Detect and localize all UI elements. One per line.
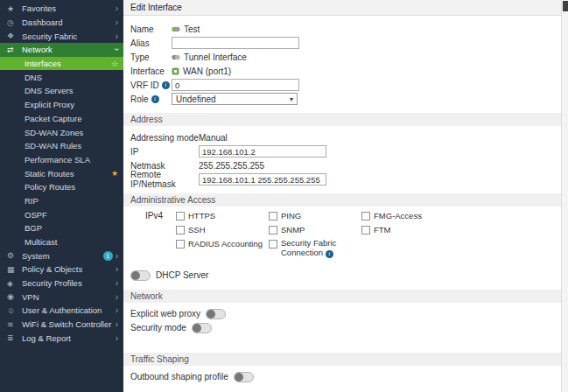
sidebar-item-label: Dashboard [22,18,116,27]
interface-label: Interface [130,66,165,76]
security-mode-toggle[interactable] [192,323,212,333]
sidebar-item-dashboard[interactable]: ◷ Dashboard › [0,16,123,30]
vrf-label: VRF ID [130,80,159,90]
type-row: Type Tunnel Interface [130,50,554,64]
page-title: Edit Interface [130,3,182,12]
sidebar-item-label: Performance SLA [25,155,118,164]
checkbox-ping[interactable]: PING [269,211,361,220]
checkbox-fmg-access[interactable]: FMG-Access [361,211,422,220]
sidebar-item-policy-objects[interactable]: ▦ Policy & Objects › [0,262,123,276]
sidebar-item-vpn[interactable]: ◉ VPN › [0,290,123,304]
sidebar-item-network[interactable]: ⇄ Network › [0,43,123,57]
sidebar-item-label: SD-WAN Zones [25,128,118,137]
user-icon: ☺ [7,306,22,315]
checkbox-box[interactable] [176,226,185,234]
vpn-icon: ◉ [7,292,22,301]
remote-ip-input[interactable] [199,173,326,186]
sidebar-item-ospf[interactable]: OSPF [0,207,123,221]
checkbox-label: FMG-Access [374,211,422,220]
checkbox-security-fabric-connection[interactable]: Security Fabric Connection i [269,239,361,258]
security-profiles-icon: ◈ [7,279,22,288]
sidebar-item-log-report[interactable]: ≣ Log & Report › [0,332,123,346]
gear-icon: ⚙ [7,251,22,260]
netmask-value: 255.255.255.255 [199,161,264,171]
sidebar-item-user-authentication[interactable]: ☺ User & Authentication › [0,304,123,318]
ip-label: IP [130,147,199,157]
checkbox-box[interactable] [176,212,185,220]
fortigate-window: ★ Favorites › ◷ Dashboard › ❖ Security F… [0,0,568,392]
sidebar-item-packet-capture[interactable]: Packet Capture [0,112,123,126]
sidebar-item-label: Network [22,45,116,54]
netmask-label: Netmask [130,161,199,171]
role-select[interactable]: Undefined ▾ [172,93,298,105]
ip-input[interactable] [199,145,326,158]
network-section-header: Network [123,290,568,303]
sidebar-item-favorites[interactable]: ★ Favorites › [0,2,123,16]
outbound-shaping-profile-row: Outbound shaping profile [130,370,554,384]
sidebar-item-label: Packet Capture [25,114,118,123]
checkbox-snmp[interactable]: SNMP [269,225,361,234]
checkbox-box[interactable] [269,212,277,220]
favorite-star-icon[interactable]: ☆ [111,60,118,68]
explicit-web-proxy-toggle[interactable] [206,309,226,319]
alias-label: Alias [130,38,150,48]
alias-row: Alias [130,36,554,50]
checkbox-ftm[interactable]: FTM [361,225,422,234]
role-row: Role i Undefined ▾ [130,92,554,106]
sidebar-item-sdwan-rules[interactable]: SD-WAN Rules [0,139,123,153]
sidebar-item-wifi-switch-controller[interactable]: ≋ WiFi & Switch Controller › [0,318,123,332]
sidebar-item-security-profiles[interactable]: ◈ Security Profiles › [0,276,123,290]
checkbox-box[interactable] [269,240,277,248]
sidebar-item-policy-routes[interactable]: Policy Routes [0,180,123,194]
sidebar-item-interfaces[interactable]: Interfaces ☆ [0,57,123,71]
type-value: Tunnel Interface [184,52,247,62]
checkbox-label: PING [281,211,301,220]
role-label: Role [130,94,149,104]
sidebar-item-label: DNS Servers [25,86,118,95]
sidebar-item-label: Favorites [22,4,116,13]
sidebar-item-rip[interactable]: RIP [0,194,123,208]
name-row: Name Test [130,22,554,36]
sidebar-item-label: User & Authentication [22,305,116,315]
checkbox-box[interactable] [361,212,370,220]
sidebar-item-sdwan-zones[interactable]: SD-WAN Zones [0,125,123,139]
sidebar-item-system[interactable]: ⚙ System 1 › [0,248,123,262]
checkbox-https[interactable]: HTTPS [176,211,269,220]
sidebar-item-dns-servers[interactable]: DNS Servers [0,84,123,98]
sidebar-item-static-routes[interactable]: Static Routes ★ [0,166,123,180]
sidebar-item-bgp[interactable]: BGP [0,221,123,235]
network-icon: ⇄ [7,46,22,54]
alias-input[interactable] [172,37,299,49]
addressing-mode-label: Addressing mode [130,133,199,143]
scrollbar-thumb[interactable] [563,1,568,11]
security-mode-row: Security mode [130,321,554,335]
addressing-mode-value[interactable]: Manual [199,133,228,143]
admin-access-section-header: Administrative Access [123,193,568,206]
favorite-star-icon[interactable]: ★ [111,169,118,178]
sidebar-item-security-fabric[interactable]: ❖ Security Fabric › [0,29,123,43]
vrf-id-input[interactable] [172,79,299,91]
chevron-down-icon: › [112,48,122,51]
remote-ip-label: Remote IP/Netmask [130,170,199,189]
sidebar-item-label: Security Fabric [22,32,116,41]
chevron-right-icon: › [116,319,118,329]
type-label: Type [130,52,150,62]
info-icon[interactable]: i [326,250,333,258]
chevron-right-icon: › [116,32,118,41]
caret-down-icon: ▾ [290,95,293,103]
info-icon[interactable]: i [162,81,170,89]
info-icon[interactable]: i [151,95,159,103]
sidebar-item-label: Interfaces [25,59,111,68]
checkbox-box[interactable] [269,226,277,234]
sidebar-item-dns[interactable]: DNS [0,70,123,84]
sidebar-item-explicit-proxy[interactable]: Explicit Proxy [0,98,123,112]
sidebar-item-multicast[interactable]: Multicast [0,235,123,249]
vertical-scrollbar[interactable] [561,0,568,392]
checkbox-box[interactable] [176,240,185,248]
checkbox-ssh[interactable]: SSH [176,225,269,234]
checkbox-radius-accounting[interactable]: RADIUS Accounting [176,239,269,248]
checkbox-box[interactable] [361,226,370,234]
sidebar-item-performance-sla[interactable]: Performance SLA [0,153,123,167]
outbound-shaping-profile-toggle[interactable] [234,372,254,382]
dhcp-server-toggle[interactable] [130,270,151,281]
